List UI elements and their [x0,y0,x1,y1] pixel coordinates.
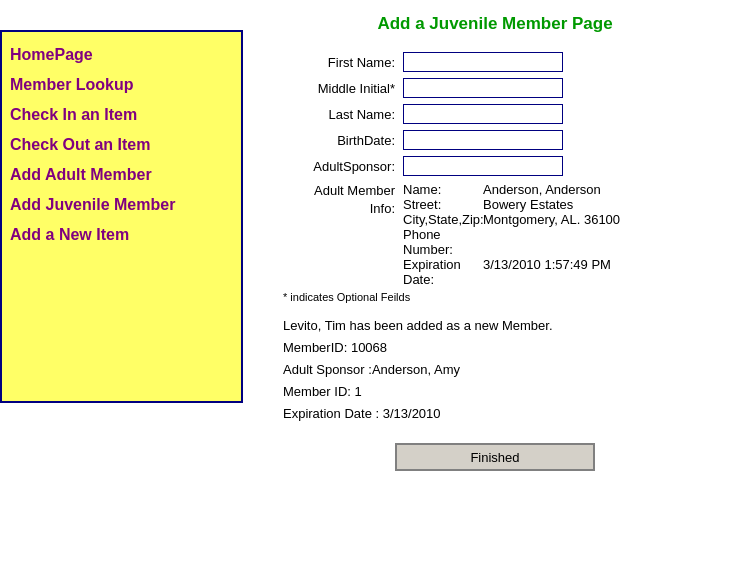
confirm-line5: Expiration Date : 3/13/2010 [283,403,727,425]
add-new-item-link[interactable]: Add a New Item [8,220,235,250]
middle-initial-label: Middle Initial* [283,81,403,96]
main-content: Add a Juvenile Member Page First Name: M… [243,0,747,568]
adult-phone-label: Phone Number: [403,227,483,257]
middle-initial-row: Middle Initial* [283,78,727,98]
adult-name-row: Name: Anderson, Anderson [403,182,620,197]
adult-member-info-row: Adult MemberInfo: Name: Anderson, Anders… [283,182,727,287]
adult-city-row: City,State,Zip: Montgomery, AL. 36100 [403,212,620,227]
adult-city-label: City,State,Zip: [403,212,483,227]
last-name-label: Last Name: [283,107,403,122]
adult-expiration-row: Expiration Date: 3/13/2010 1:57:49 PM [403,257,620,287]
check-in-link[interactable]: Check In an Item [8,100,235,130]
last-name-input[interactable] [403,104,563,124]
confirm-line2: MemberID: 10068 [283,337,727,359]
adult-member-info-label-block: Adult MemberInfo: [283,182,403,218]
first-name-row: First Name: [283,52,727,72]
first-name-input[interactable] [403,52,563,72]
home-page-link[interactable]: HomePage [8,40,235,70]
birthdate-label: BirthDate: [283,133,403,148]
confirm-line3: Adult Sponsor :Anderson, Amy [283,359,727,381]
birthdate-input[interactable] [403,130,563,150]
optional-note: * indicates Optional Feilds [283,291,727,303]
adult-expiration-label: Expiration Date: [403,257,483,287]
confirmation-section: Levito, Tim has been added as a new Memb… [283,315,727,425]
finished-button[interactable]: Finished [395,443,595,471]
middle-initial-input[interactable] [403,78,563,98]
adult-sponsor-label: AdultSponsor: [283,159,403,174]
sidebar: HomePage Member Lookup Check In an Item … [0,30,243,403]
first-name-label: First Name: [283,55,403,70]
add-juvenile-link[interactable]: Add Juvenile Member [8,190,235,220]
adult-expiration-value: 3/13/2010 1:57:49 PM [483,257,611,287]
adult-street-label: Street: [403,197,483,212]
add-adult-link[interactable]: Add Adult Member [8,160,235,190]
adult-sponsor-input[interactable] [403,156,563,176]
birthdate-row: BirthDate: [283,130,727,150]
adult-info-fields: Name: Anderson, Anderson Street: Bowery … [403,182,620,287]
check-out-link[interactable]: Check Out an Item [8,130,235,160]
adult-street-row: Street: Bowery Estates [403,197,620,212]
adult-member-info-label: Adult MemberInfo: [314,183,395,216]
adult-city-value: Montgomery, AL. 36100 [483,212,620,227]
confirm-line1: Levito, Tim has been added as a new Memb… [283,315,727,337]
form-section: First Name: Middle Initial* Last Name: B… [283,52,727,303]
last-name-row: Last Name: [283,104,727,124]
adult-name-value: Anderson, Anderson [483,182,601,197]
adult-phone-row: Phone Number: [403,227,620,257]
page-title: Add a Juvenile Member Page [263,14,727,34]
confirm-line4: Member ID: 1 [283,381,727,403]
finished-button-wrap: Finished [263,443,727,471]
adult-sponsor-row: AdultSponsor: [283,156,727,176]
adult-name-label: Name: [403,182,483,197]
adult-street-value: Bowery Estates [483,197,573,212]
member-lookup-link[interactable]: Member Lookup [8,70,235,100]
